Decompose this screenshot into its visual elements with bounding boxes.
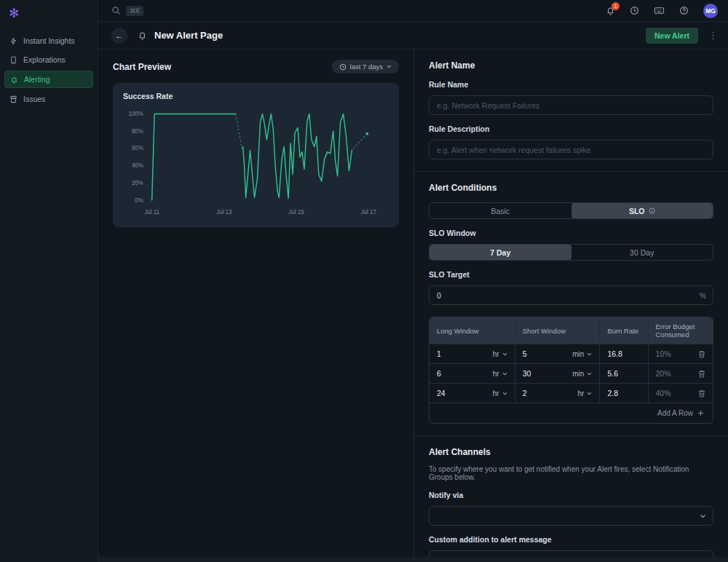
brand-logo-icon[interactable]: ✻	[0, 0, 98, 31]
svg-text:Jul 11: Jul 11	[144, 209, 159, 215]
chevron-down-icon	[587, 352, 592, 356]
sidebar-item-instant-insights[interactable]: Instant Insights	[4, 33, 93, 49]
slo-target-input[interactable]	[429, 285, 713, 305]
global-search[interactable]: ⌘K	[111, 6, 143, 16]
kebab-menu-icon[interactable]: ⋮	[708, 30, 718, 41]
rule-name-input[interactable]	[429, 95, 713, 115]
clock-icon	[339, 63, 347, 71]
chart-preview-title: Chart Preview	[113, 62, 171, 72]
delete-row-button[interactable]	[698, 370, 705, 378]
delete-row-button[interactable]	[698, 350, 705, 358]
alert-channels-heading: Alert Channels	[429, 447, 713, 457]
short-window-value[interactable]: 2	[523, 389, 527, 397]
burn-rate-value[interactable]: 5.6	[607, 369, 618, 378]
short-window-value[interactable]: 30	[523, 369, 531, 378]
add-row-button[interactable]: Add A Row	[430, 403, 713, 423]
notify-via-select[interactable]	[429, 506, 713, 526]
svg-text:Jul 13: Jul 13	[216, 209, 232, 215]
custom-message-label: Custom addition to alert message	[429, 535, 713, 544]
alert-bell-icon	[138, 31, 147, 40]
alert-conditions-heading: Alert Conditions	[429, 183, 713, 193]
window-7-day[interactable]: 7 Day	[430, 245, 571, 260]
chevron-down-icon	[502, 392, 507, 395]
rule-name-label: Rule Name	[429, 80, 713, 89]
alert-name-heading: Alert Name	[429, 60, 713, 71]
notifications-button[interactable]: 1	[606, 6, 615, 15]
success-rate-card: Success Rate 0%20%40%60%80%100% Jul 11Ju…	[113, 83, 399, 227]
history-button[interactable]	[630, 6, 639, 15]
window-30-day[interactable]: 30 Day	[571, 245, 713, 260]
notify-via-label: Notify via	[429, 491, 713, 499]
sidebar-item-explorations[interactable]: Explorations	[4, 52, 93, 68]
sidebar-item-label: Explorations	[23, 55, 66, 64]
back-button[interactable]: ←	[111, 28, 127, 44]
long-window-value[interactable]: 24	[437, 389, 446, 397]
topbar-actions: 1 MG	[606, 4, 718, 18]
trash-icon	[698, 350, 705, 358]
bottom-scroll-strip[interactable]	[98, 557, 728, 562]
time-range-dropdown[interactable]: last 7 days	[332, 60, 399, 74]
alert-name-section: Alert Name Rule Name Rule Description	[414, 50, 728, 172]
keyboard-icon	[654, 6, 665, 15]
alert-form-panel: Alert Name Rule Name Rule Description Al…	[414, 50, 728, 562]
short-window-value[interactable]: 5	[523, 349, 527, 358]
chart-lines	[152, 114, 368, 200]
svg-text:80%: 80%	[132, 128, 143, 135]
chevron-down-icon	[700, 514, 706, 518]
bell-icon	[10, 76, 18, 84]
rule-description-input[interactable]	[429, 140, 713, 159]
svg-text:40%: 40%	[132, 162, 143, 169]
sidebar-item-alerting[interactable]: Alerting	[4, 71, 93, 88]
col-burn-rate: Burn Rate	[599, 317, 647, 344]
device-icon	[9, 56, 17, 64]
short-window-unit-dropdown[interactable]: hr	[577, 389, 592, 397]
plus-icon	[697, 410, 704, 416]
help-button[interactable]	[679, 6, 689, 15]
burn-rate-value[interactable]: 16.8	[607, 349, 622, 358]
topbar: ⌘K 1 MG	[98, 0, 728, 22]
trash-icon	[698, 370, 705, 378]
help-circle-icon	[679, 6, 689, 15]
slo-table-body: 1 hr 5 min 16.8 10% 6 hr	[430, 344, 713, 403]
chart-title: Success Rate	[123, 92, 389, 100]
percent-suffix: %	[700, 291, 706, 299]
notification-count-badge: 1	[612, 2, 620, 10]
short-window-unit-dropdown[interactable]: min	[572, 370, 592, 378]
new-alert-button[interactable]: New Alert	[646, 28, 698, 44]
col-error-budget: Error Budget Consumed	[648, 317, 713, 344]
sidebar-item-label: Alerting	[24, 75, 50, 84]
short-window-unit-dropdown[interactable]: min	[572, 350, 592, 358]
slo-burn-table: Long Window Short Window Burn Rate Error…	[429, 317, 713, 424]
slo-target-label: SLO Target	[429, 270, 713, 279]
info-icon	[649, 207, 655, 214]
app-window: ✻ Instant Insights Explorations Alerting…	[0, 0, 728, 562]
long-window-value[interactable]: 1	[437, 349, 441, 358]
svg-text:100%: 100%	[129, 111, 143, 117]
success-rate-chart: 0%20%40%60%80%100% Jul 11Jul 13Jul 15Jul…	[123, 105, 389, 220]
svg-text:60%: 60%	[132, 145, 143, 151]
alert-channels-description: To specify where you want to get notifie…	[429, 465, 713, 481]
long-window-value[interactable]: 6	[437, 369, 441, 378]
tab-basic[interactable]: Basic	[430, 203, 571, 218]
condition-type-toggle: Basic SLO	[429, 202, 713, 219]
burn-rate-value[interactable]: 2.8	[607, 389, 618, 397]
chevron-down-icon	[502, 372, 507, 376]
table-row: 24 hr 2 hr 2.8 40%	[430, 383, 713, 403]
page-header: ← New Alert Page New Alert ⋮	[98, 22, 728, 50]
shortcuts-button[interactable]	[654, 6, 665, 15]
rule-description-label: Rule Description	[429, 124, 713, 133]
tab-slo[interactable]: SLO	[571, 203, 713, 218]
sidebar: ✻ Instant Insights Explorations Alerting…	[0, 0, 98, 562]
avatar[interactable]: MG	[703, 4, 718, 18]
slo-window-label: SLO Window	[429, 229, 713, 237]
chevron-down-icon	[502, 352, 507, 356]
sidebar-item-issues[interactable]: Issues	[4, 91, 93, 107]
col-short-window: Short Window	[515, 317, 600, 344]
long-window-unit-dropdown[interactable]: hr	[493, 350, 507, 358]
long-window-unit-dropdown[interactable]: hr	[493, 370, 507, 378]
table-row: 1 hr 5 min 16.8 10%	[430, 344, 713, 363]
delete-row-button[interactable]	[698, 389, 705, 397]
lightning-icon	[9, 37, 17, 45]
long-window-unit-dropdown[interactable]: hr	[493, 389, 507, 397]
archive-box-icon	[9, 95, 17, 103]
